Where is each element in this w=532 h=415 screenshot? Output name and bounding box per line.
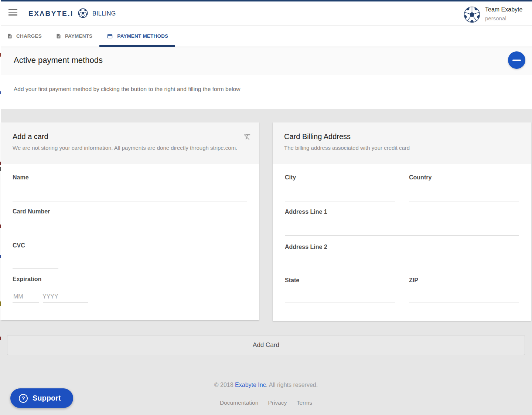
support-button[interactable]: ? Support xyxy=(10,388,73,408)
name-label: Name xyxy=(13,174,29,181)
address2-input[interactable] xyxy=(285,269,519,269)
zip-input[interactable] xyxy=(409,303,519,303)
city-label: City xyxy=(285,174,296,181)
clear-filter-icon[interactable] xyxy=(243,132,252,141)
card-number-input[interactable] xyxy=(13,235,247,235)
country-input[interactable] xyxy=(409,202,519,202)
help-icon: ? xyxy=(19,394,28,403)
card-number-label: Card Number xyxy=(13,208,50,215)
section-description: Add your first payment method by clickin… xyxy=(14,86,240,92)
cvc-label: CVC xyxy=(13,242,25,249)
add-card-panel-header: Add a card We are not storing your card … xyxy=(1,122,259,164)
document-icon xyxy=(7,33,13,39)
billing-address-form: City Country Address Line 1 Address Line… xyxy=(273,164,531,320)
footer-link-privacy[interactable]: Privacy xyxy=(268,399,287,406)
city-input[interactable] xyxy=(285,202,395,202)
billing-address-subtitle: The billing address associated with your… xyxy=(284,145,519,151)
add-card-title: Add a card xyxy=(13,132,247,141)
tab-payments[interactable]: PAYMENTS xyxy=(49,26,99,47)
name-input[interactable] xyxy=(13,202,247,202)
footer-link-documentation[interactable]: Documentation xyxy=(220,399,258,406)
billing-address-panel: Card Billing Address The billing address… xyxy=(273,122,531,321)
add-card-subtitle: We are not storing your card information… xyxy=(13,145,247,151)
country-label: Country xyxy=(409,174,432,181)
active-tab-indicator xyxy=(99,45,175,47)
page-section-title: BILLING xyxy=(92,10,116,17)
zip-label: ZIP xyxy=(409,277,418,284)
address1-input[interactable] xyxy=(285,235,519,236)
brand-soccer-ball-icon xyxy=(78,8,88,18)
address1-label: Address Line 1 xyxy=(285,209,327,215)
footer-link-terms[interactable]: Terms xyxy=(297,399,312,406)
brand-logo: EXΛBYTE.I xyxy=(28,10,74,18)
address2-label: Address Line 2 xyxy=(285,244,327,250)
expiration-label: Expiration xyxy=(13,276,41,283)
team-type: personal xyxy=(485,15,507,21)
app-header: EXΛBYTE.I BILLING xyxy=(1,1,532,25)
cvc-input[interactable] xyxy=(13,268,58,269)
billing-tabs: CHARGES PAYMENTS PAYMENT METHODS xyxy=(1,26,532,47)
expiration-month-placeholder: MM xyxy=(13,293,23,300)
minus-icon xyxy=(512,60,521,61)
expiration-year-input[interactable] xyxy=(43,302,88,303)
add-card-form: Name Card Number CVC Expiration MM YYYY xyxy=(1,164,259,320)
collapse-button[interactable] xyxy=(508,51,525,69)
state-label: State xyxy=(285,277,299,284)
add-card-panel: Add a card We are not storing your card … xyxy=(1,122,259,320)
section-description-area: Add your first payment method by clickin… xyxy=(1,75,532,109)
team-avatar[interactable] xyxy=(463,6,481,23)
billing-address-panel-header: Card Billing Address The billing address… xyxy=(273,122,531,164)
tab-charges[interactable]: CHARGES xyxy=(1,26,49,47)
section-header: Active payment methods xyxy=(1,47,532,75)
menu-icon[interactable] xyxy=(8,9,17,17)
document-icon xyxy=(56,33,61,39)
tab-payment-methods[interactable]: PAYMENT METHODS xyxy=(99,26,175,47)
billing-address-title: Card Billing Address xyxy=(284,132,519,141)
team-name: Team Exabyte xyxy=(485,6,522,13)
section-title: Active payment methods xyxy=(14,55,103,65)
expiration-month-input[interactable] xyxy=(13,302,39,303)
company-link[interactable]: Exabyte Inc xyxy=(235,382,266,388)
expiration-year-placeholder: YYYY xyxy=(42,293,58,300)
credit-card-icon xyxy=(106,33,113,39)
add-card-button[interactable]: Add Card xyxy=(7,335,525,355)
footer-links: Documentation Privacy Terms xyxy=(0,399,532,406)
copyright: © 2018 Exabyte Inc. All rights reserved. xyxy=(0,382,532,388)
state-input[interactable] xyxy=(285,303,395,303)
